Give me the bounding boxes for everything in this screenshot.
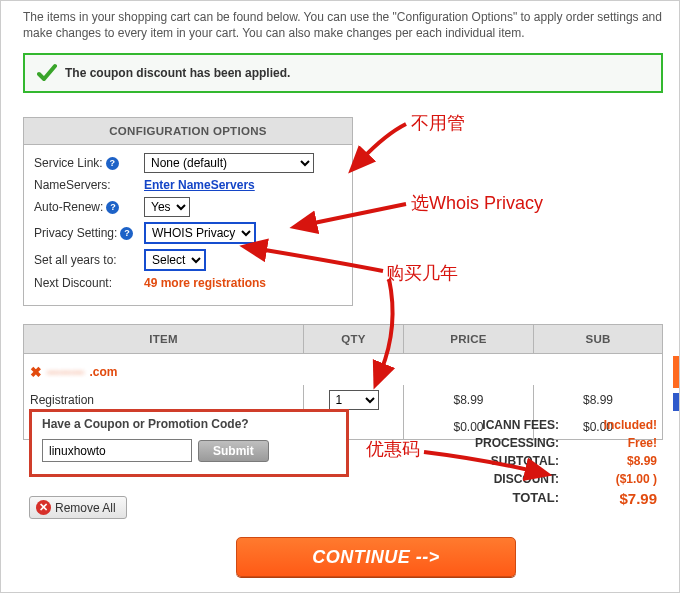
nameservers-label: NameServers: bbox=[34, 178, 144, 192]
continue-button[interactable]: CONTINUE --> bbox=[236, 537, 516, 577]
check-icon bbox=[37, 63, 57, 83]
service-link-select[interactable]: None (default) bbox=[144, 153, 314, 173]
col-price: PRICE bbox=[404, 325, 534, 354]
next-discount-label: Next Discount: bbox=[34, 276, 144, 290]
privacy-select[interactable]: WHOIS Privacy bbox=[144, 222, 256, 244]
config-heading: CONFIGURATION OPTIONS bbox=[24, 118, 352, 145]
coupon-box: Have a Coupon or Promotion Code? Submit bbox=[29, 409, 349, 477]
enter-nameservers-link[interactable]: Enter NameServers bbox=[144, 178, 255, 192]
coupon-title: Have a Coupon or Promotion Code? bbox=[42, 417, 336, 431]
coupon-input[interactable] bbox=[42, 439, 192, 462]
privacy-label: Privacy Setting: ? bbox=[34, 226, 144, 240]
service-link-label: Service Link: ? bbox=[34, 156, 144, 170]
annotation-arrow bbox=[371, 276, 411, 376]
annotation-arrow bbox=[356, 119, 416, 169]
decorative-strip bbox=[673, 356, 679, 388]
coupon-applied-banner: The coupon discount has been applied. bbox=[23, 53, 663, 93]
col-item: ITEM bbox=[24, 325, 304, 354]
annotation-arrow bbox=[251, 231, 391, 281]
help-icon[interactable]: ? bbox=[106, 201, 119, 214]
decorative-strip bbox=[673, 393, 679, 411]
annotation-text: 不用管 bbox=[411, 111, 465, 135]
intro-text: The items in your shopping cart can be f… bbox=[23, 9, 663, 41]
auto-renew-select[interactable]: Yes bbox=[144, 197, 190, 217]
annotation-arrow bbox=[421, 449, 541, 479]
years-label: Set all years to: bbox=[34, 253, 144, 267]
help-icon[interactable]: ? bbox=[120, 227, 133, 240]
annotation-text: 选Whois Privacy bbox=[411, 191, 543, 215]
auto-renew-label: Auto-Renew: ? bbox=[34, 200, 144, 214]
next-discount-link[interactable]: 49 more registrations bbox=[144, 276, 266, 290]
remove-domain-icon[interactable]: ✖ bbox=[30, 364, 42, 380]
years-select[interactable]: Select bbox=[144, 249, 206, 271]
remove-icon: ✕ bbox=[36, 500, 51, 515]
qty-select[interactable]: 1 bbox=[329, 390, 379, 410]
help-icon[interactable]: ? bbox=[106, 157, 119, 170]
banner-text: The coupon discount has been applied. bbox=[65, 66, 290, 80]
remove-all-button[interactable]: ✕ Remove All bbox=[29, 496, 127, 519]
domain-name[interactable]: ✖ ———.com bbox=[30, 364, 656, 380]
col-sub: SUB bbox=[534, 325, 663, 354]
coupon-submit-button[interactable]: Submit bbox=[198, 440, 269, 462]
